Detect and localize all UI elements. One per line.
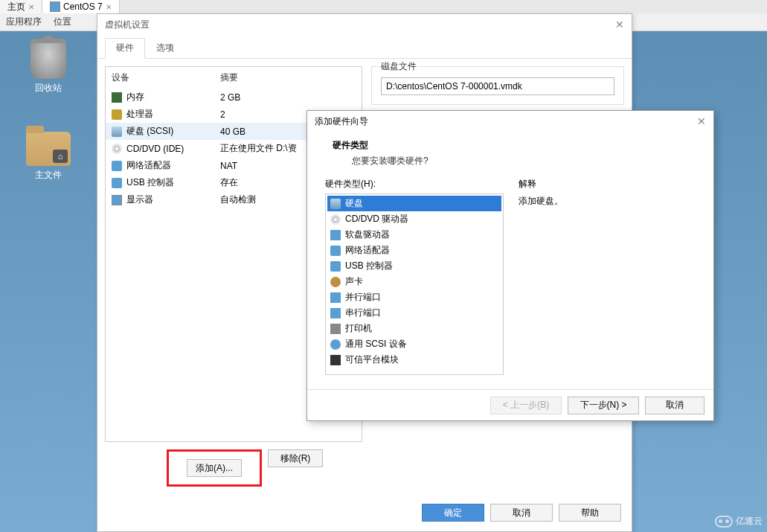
hardware-type-label: 硬件类型(H): (325, 178, 504, 190)
col-device: 设备 (112, 71, 220, 84)
menu-applications[interactable]: 应用程序 (6, 16, 42, 28)
hwtype-name: 硬盘 (345, 197, 363, 210)
hardware-buttons: 添加(A)... 移除(R) (105, 442, 362, 494)
device-icon (112, 144, 122, 154)
close-icon[interactable]: ✕ (106, 3, 112, 11)
description-label: 解释 (519, 178, 696, 190)
device-icon (112, 109, 122, 120)
hwtype-name: 声卡 (345, 275, 363, 288)
hwtype-icon (330, 292, 341, 303)
hardware-type-row[interactable]: 可信平台模块 (327, 352, 501, 368)
col-summary: 摘要 (220, 71, 238, 84)
hwtype-icon (330, 230, 341, 240)
hwtype-name: 并行端口 (345, 291, 381, 304)
close-icon[interactable]: ✕ (28, 3, 34, 11)
tab-home[interactable]: 主页 ✕ (0, 0, 42, 13)
device-icon (112, 161, 122, 171)
hwtype-name: USB 控制器 (345, 260, 393, 272)
wizard-footer: < 上一步(B) 下一步(N) > 取消 (307, 389, 713, 420)
next-button[interactable]: 下一步(N) > (568, 397, 639, 414)
add-button[interactable]: 添加(A)... (187, 459, 242, 477)
watermark-text: 亿速云 (736, 515, 763, 528)
device-name: 显示器 (126, 193, 153, 206)
device-name: 网络适配器 (126, 159, 171, 172)
tab-home-label: 主页 (7, 1, 25, 13)
tab-centos[interactable]: CentOS 7 ✕ (42, 0, 120, 13)
disk-file-path-input[interactable] (381, 77, 614, 95)
vm-icon (50, 1, 60, 12)
device-icon (112, 92, 122, 103)
description-text: 添加硬盘。 (519, 195, 696, 208)
device-name: 硬盘 (SCSI) (126, 125, 173, 138)
hardware-type-row[interactable]: 软盘驱动器 (327, 227, 501, 243)
hwtype-icon (330, 214, 341, 225)
hwtype-name: 串行端口 (345, 307, 381, 319)
hardware-type-row[interactable]: 通用 SCSI 设备 (327, 336, 501, 352)
trash-icon (31, 39, 66, 79)
add-hardware-wizard: 添加硬件向导 ✕ 硬件类型 您要安装哪类硬件? 硬件类型(H): 硬盘CD/DV… (307, 110, 714, 421)
hardware-list-header: 设备 摘要 (106, 67, 362, 89)
tab-options[interactable]: 选项 (145, 38, 185, 58)
hardware-type-row[interactable]: 声卡 (327, 274, 501, 289)
hardware-type-list[interactable]: 硬盘CD/DVD 驱动器软盘驱动器网络适配器USB 控制器声卡并行端口串行端口打… (325, 193, 504, 375)
watermark-logo-icon (715, 516, 733, 528)
hwtype-name: CD/DVD 驱动器 (345, 213, 408, 225)
device-icon (112, 126, 122, 137)
hardware-row[interactable]: 内存2 GB (106, 89, 362, 106)
hwtype-icon (330, 339, 341, 350)
hardware-type-row[interactable]: 打印机 (327, 321, 501, 336)
trash-desktop-icon[interactable]: 回收站 (19, 39, 78, 94)
editor-tabs: 主页 ✕ CentOS 7 ✕ (0, 0, 767, 13)
hwtype-icon (330, 355, 341, 365)
hwtype-icon (330, 308, 341, 318)
hwtype-icon (330, 261, 341, 272)
hwtype-name: 网络适配器 (345, 244, 390, 257)
hwtype-icon (330, 246, 341, 256)
desktop: 回收站 ⌂ 主文件 (0, 31, 97, 522)
device-name: 内存 (126, 91, 144, 103)
tab-centos-label: CentOS 7 (63, 1, 103, 12)
tab-hardware[interactable]: 硬件 (105, 38, 145, 59)
hardware-type-row[interactable]: USB 控制器 (327, 258, 501, 274)
hwtype-icon (330, 324, 341, 334)
close-icon[interactable]: ✕ (615, 19, 624, 31)
help-button[interactable]: 帮助 (559, 504, 621, 522)
hwtype-name: 软盘驱动器 (345, 228, 390, 241)
cancel-button[interactable]: 取消 (490, 504, 553, 522)
watermark: 亿速云 (715, 515, 763, 528)
dialog-title: 虚拟机设置 (105, 19, 150, 31)
hwtype-icon (330, 277, 341, 287)
folder-icon: ⌂ (26, 132, 71, 166)
device-name: CD/DVD (IDE) (126, 144, 184, 154)
wizard-title: 添加硬件向导 (315, 115, 368, 128)
hardware-type-row[interactable]: CD/DVD 驱动器 (327, 211, 501, 227)
remove-button[interactable]: 移除(R) (268, 449, 323, 467)
wizard-heading: 硬件类型 (333, 139, 696, 152)
back-button: < 上一步(B) (490, 397, 562, 414)
settings-tabs: 硬件 选项 (97, 35, 632, 59)
close-icon[interactable]: ✕ (697, 115, 706, 127)
hardware-type-row[interactable]: 硬盘 (327, 196, 501, 211)
wizard-titlebar[interactable]: 添加硬件向导 ✕ (307, 111, 713, 132)
wizard-subheading: 您要安装哪类硬件? (352, 155, 696, 167)
dialog-footer: 确定 取消 帮助 (97, 501, 632, 531)
hwtype-name: 打印机 (345, 322, 372, 335)
device-icon (112, 178, 122, 188)
dialog-titlebar[interactable]: 虚拟机设置 ✕ (97, 14, 632, 35)
hardware-type-row[interactable]: 并行端口 (327, 289, 501, 305)
hwtype-name: 可信平台模块 (345, 353, 399, 366)
ok-button[interactable]: 确定 (422, 504, 484, 522)
device-icon (112, 195, 122, 205)
hwtype-name: 通用 SCSI 设备 (345, 338, 407, 350)
home-folder-label: 主文件 (19, 169, 78, 182)
disk-file-group-title: 磁盘文件 (378, 60, 420, 73)
cancel-button[interactable]: 取消 (645, 397, 705, 414)
hardware-type-row[interactable]: 网络适配器 (327, 243, 501, 258)
device-name: USB 控制器 (126, 176, 174, 189)
highlight-box: 添加(A)... (167, 449, 262, 487)
trash-label: 回收站 (19, 82, 78, 94)
hwtype-icon (330, 199, 341, 209)
menu-location[interactable]: 位置 (54, 16, 71, 28)
hardware-type-row[interactable]: 串行端口 (327, 305, 501, 321)
home-folder-desktop-icon[interactable]: ⌂ 主文件 (19, 132, 78, 182)
